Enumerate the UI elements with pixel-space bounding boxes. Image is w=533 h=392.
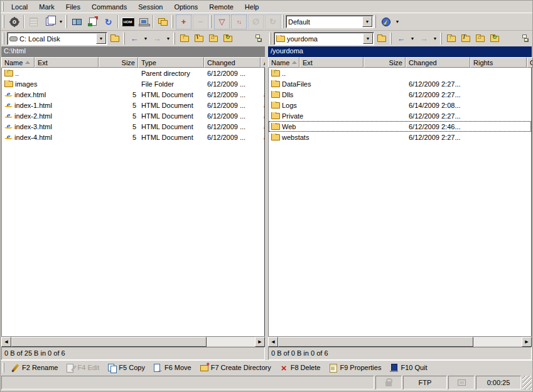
remote-root-directory-button[interactable]: / [459,32,473,46]
remote-home-directory-button[interactable]: ⌂ [473,32,487,46]
f8-delete-button[interactable]: ×F8 Delete [276,362,325,374]
remote-back-dropdown[interactable]: ▼ [409,31,416,46]
f2-rename-button[interactable]: F2 Rename [8,362,62,374]
synchronize-button[interactable] [69,14,85,29]
file-row-index-html[interactable]: eindex.html5HTML Document6/12/2009 ...a [2,89,264,100]
local-root-directory-button[interactable]: \ [192,32,206,46]
file-row-index-3-html[interactable]: eindex-3.html5HTML Document6/12/2009 ...… [2,121,264,132]
login-button[interactable] [378,14,394,29]
local-toolbar-gripper-2[interactable] [123,33,125,45]
scroll-right-icon[interactable]: ▶ [255,337,265,347]
refresh-button[interactable]: ↻ [100,14,116,29]
f5-copy-button[interactable]: F5 Copy [104,362,149,374]
local-back-button[interactable]: ← [127,32,141,46]
toolbar-gripper-6[interactable] [374,15,376,28]
local-scrollbar-thumb[interactable] [11,337,207,347]
menu-local[interactable]: Local [6,2,33,12]
local-refresh-button[interactable]: ↻ [221,32,235,46]
remote-header-owner[interactable]: O [527,57,533,68]
remote-path-bar[interactable]: /yourdoma [268,46,532,57]
file-row-Dlls[interactable]: Dlls6/12/2009 2:27... [269,89,531,100]
local-header-ext[interactable]: Ext [35,57,99,68]
remote-file-list[interactable]: ↑..DataFiles6/12/2009 2:27...Dlls6/12/20… [268,68,532,336]
preferences-button[interactable] [6,14,22,29]
remote-back-button[interactable]: ← [394,32,408,46]
local-header-size[interactable]: Size [99,57,138,68]
menu-files[interactable]: Files [60,2,86,12]
remote-tree-button[interactable] [517,32,531,46]
file-row--[interactable]: ↑.. [269,68,531,78]
console-button[interactable]: HOM [120,14,136,29]
menu-remote[interactable]: Remote [203,2,239,12]
f10-quit-button[interactable]: F10 Quit [386,362,431,374]
sort-button[interactable]: ↑↓ [231,14,247,29]
select-button[interactable]: + [176,14,191,29]
menu-gripper[interactable] [2,2,4,11]
file-row-webstats[interactable]: webstats6/12/2009 2:27... [269,132,531,142]
f6-move-button[interactable]: F6 Move [150,362,195,374]
local-back-dropdown[interactable]: ▼ [142,31,149,46]
fnbar-gripper[interactable] [3,363,4,373]
scroll-left-icon[interactable]: ◀ [1,337,11,347]
file-row-DataFiles[interactable]: DataFiles6/12/2009 2:27... [269,78,531,89]
file-row--[interactable]: ↑..Parent directory6/12/2009 ... [2,68,264,78]
remote-toolbar-gripper-3[interactable] [440,33,442,45]
remote-toolbar-gripper[interactable] [269,33,271,45]
remote-header-ext[interactable]: Ext [299,57,363,68]
local-toolbar-gripper-3[interactable] [173,33,175,45]
scroll-right-icon[interactable]: ▶ [522,337,532,347]
toolbar-gripper-4[interactable] [210,15,212,28]
menu-session[interactable]: Session [132,2,168,12]
queue-button[interactable] [41,14,57,29]
queue-dropdown[interactable]: ▼ [57,14,65,29]
chevron-down-icon[interactable]: ▼ [362,16,372,27]
local-header-name[interactable]: Name [1,57,35,68]
remote-refresh-button[interactable]: ↻ [488,32,502,46]
local-open-directory-button[interactable] [108,32,122,46]
local-toolbar-gripper[interactable] [3,33,4,45]
remote-parent-directory-button[interactable]: ↑ [444,32,458,46]
chevron-down-icon[interactable]: ▼ [363,33,373,44]
resize-grip[interactable] [522,376,532,389]
menu-commands[interactable]: Commands [86,2,132,12]
drive-combo[interactable]: C: Local Disk ▼ [7,32,107,45]
toolbar-gripper-3[interactable] [171,15,173,28]
local-horizontal-scrollbar[interactable]: ◀ ▶ [1,336,265,346]
f7-create-directory-button[interactable]: F7 Create Directory [197,362,275,374]
toolbar-gripper-5[interactable] [282,15,284,28]
compare-button[interactable] [85,14,100,29]
scroll-left-icon[interactable]: ◀ [268,337,278,347]
remote-header-rights[interactable]: Rights [470,57,527,68]
file-row-index-1-html[interactable]: eindex-1.html5HTML Document6/12/2009 ...… [2,100,264,110]
file-row-images[interactable]: imagesFile Folder6/12/2009 ... [2,78,264,89]
remote-header-size[interactable]: Size [363,57,406,68]
toolbar-gripper-2[interactable] [65,15,67,28]
remote-header-changed[interactable]: Changed [406,57,470,68]
menu-help[interactable]: Help [239,2,265,12]
filter-button[interactable]: ▽ [214,14,230,29]
remote-header-name[interactable]: Name [268,57,299,68]
local-file-list[interactable]: ↑..Parent directory6/12/2009 ...imagesFi… [1,68,265,336]
local-path-bar[interactable]: C:\html [1,46,265,57]
local-home-directory-button[interactable]: ⌂ [207,32,220,46]
synchronize-browsing-button[interactable] [155,14,171,29]
remote-scrollbar-thumb[interactable] [278,337,473,347]
local-header-changed[interactable]: Changed [204,57,261,68]
local-parent-directory-button[interactable]: ↑ [178,32,191,46]
file-row-Private[interactable]: Private6/12/2009 2:27... [269,110,531,121]
toolbar-gripper[interactable] [3,15,4,28]
file-row-index-4-html[interactable]: eindex-4.html5HTML Document6/12/2009 ...… [2,132,264,142]
chevron-down-icon[interactable]: ▼ [96,33,106,44]
menu-options[interactable]: Options [168,2,203,12]
f9-properties-button[interactable]: F9 Properties [325,362,385,374]
remote-toolbar-gripper-2[interactable] [390,33,392,45]
file-row-Logs[interactable]: Logs6/14/2009 2:08... [269,100,531,110]
file-row-index-2-html[interactable]: eindex-2.html5HTML Document6/12/2009 ...… [2,110,264,121]
remote-open-directory-button[interactable] [375,32,389,46]
remote-horizontal-scrollbar[interactable]: ◀ ▶ [268,336,532,346]
login-dropdown[interactable]: ▼ [394,14,401,29]
session-combo[interactable]: Default ▼ [286,15,374,28]
remote-directory-combo[interactable]: yourdoma ▼ [274,32,374,45]
file-row-Web[interactable]: Web6/12/2009 2:46... [269,121,531,132]
local-tree-button[interactable] [250,32,264,46]
